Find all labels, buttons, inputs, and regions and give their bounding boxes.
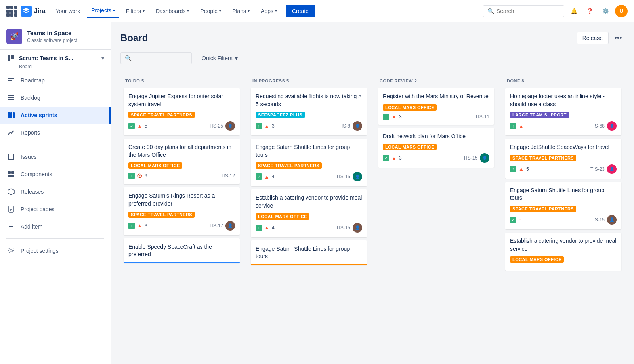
card-tis-12[interactable]: Create 90 day plans for all departments … — [124, 139, 240, 184]
card-tis-68[interactable]: Homepage footer uses an inline style - s… — [505, 88, 621, 135]
card-title: Homepage footer uses an inline style - s… — [510, 93, 617, 108]
board-search-input[interactable] — [134, 55, 181, 61]
svg-rect-5 — [8, 112, 10, 118]
dashboards-chevron-icon: ▾ — [187, 9, 189, 13]
card-footer: ↑ ⊘ 9 TIS-12 — [128, 172, 235, 179]
settings-gear-icon — [6, 246, 16, 255]
nav-filters[interactable]: Filters ▾ — [122, 5, 149, 17]
story-icon: ↑ — [128, 173, 135, 179]
nav-projects[interactable]: Projects ▾ — [87, 4, 119, 18]
settings-icon[interactable]: ⚙️ — [599, 5, 612, 17]
svg-point-21 — [10, 250, 12, 252]
card-title: Register with the Mars Ministry of Reven… — [383, 93, 489, 101]
nav-dashboards[interactable]: Dashboards ▾ — [152, 5, 193, 17]
create-button[interactable]: Create — [286, 5, 315, 17]
release-button[interactable]: Release — [577, 32, 609, 44]
sprint-icon — [6, 111, 16, 120]
board-selector[interactable]: Scrum: Teams in S... ▾ — [0, 50, 111, 65]
sidebar-item-add-item-label: Add item — [21, 223, 42, 230]
sidebar-item-reports-label: Reports — [21, 130, 40, 136]
card-label: LOCAL MARS OFFICE — [128, 162, 182, 169]
backlog-icon — [6, 93, 16, 103]
sidebar-item-add-item[interactable]: Add item — [0, 218, 111, 235]
card-id: TIS-68 — [590, 123, 605, 129]
card-tis-23[interactable]: Engage JetShuttle SpaceWays for travel S… — [505, 139, 621, 179]
card-tis-15-cr[interactable]: Draft network plan for Mars Office LOCAL… — [378, 128, 494, 168]
card-assignee-avatar: 👤 — [353, 223, 362, 233]
card-label: LOCAL MARS OFFICE — [510, 256, 564, 263]
sidebar-item-active-sprints-label: Active sprints — [21, 112, 57, 118]
help-icon[interactable]: ❓ — [583, 5, 596, 17]
svg-rect-14 — [11, 175, 14, 177]
releases-icon — [6, 187, 16, 196]
card-tis-17[interactable]: Engage Saturn's Rings Resort as a prefer… — [124, 187, 240, 235]
card-id: TIS-25 — [209, 123, 223, 129]
main-content: Board Release ••• 🔍 Quick Filters ▾ TO D… — [111, 22, 634, 364]
card-count: 9 — [145, 173, 147, 179]
user-avatar[interactable]: U — [615, 5, 628, 17]
card-label: SEESPACEEZ PLUS — [256, 112, 305, 118]
sidebar-divider-2 — [6, 238, 104, 239]
column-todo: TO DO 5 Engage Jupiter Express for outer… — [120, 72, 243, 271]
apps-chevron-icon: ▾ — [275, 9, 277, 13]
sidebar-item-issues[interactable]: Issues — [0, 148, 111, 166]
board-search-box[interactable]: 🔍 — [120, 52, 192, 64]
issues-icon — [6, 152, 16, 162]
svg-rect-1 — [11, 55, 14, 59]
quick-filters-chevron-icon: ▾ — [235, 55, 238, 61]
card-todo-partial[interactable]: Enable Speedy SpaceCraft as the preferre… — [124, 238, 240, 263]
sidebar-item-project-settings[interactable]: Project settings — [0, 242, 111, 259]
svg-rect-3 — [8, 97, 14, 98]
sidebar-item-backlog[interactable]: Backlog — [0, 89, 111, 107]
sidebar-item-components-label: Components — [21, 171, 52, 177]
card-footer: ▲ 3 TIS-15 👤 — [383, 153, 489, 163]
sidebar-item-reports[interactable]: Reports — [0, 124, 111, 141]
card-done-catering[interactable]: Establish a catering vendor to provide m… — [505, 233, 621, 271]
card-label: LOCAL MARS OFFICE — [383, 104, 437, 111]
card-inprog-partial[interactable]: Engage Saturn Shuttle Lines for group to… — [251, 240, 367, 265]
sidebar-project-header: 🚀 Teams in Space Classic software projec… — [0, 22, 111, 50]
nav-apps[interactable]: Apps ▾ — [257, 5, 281, 17]
sidebar-item-active-sprints[interactable]: Active sprints — [0, 107, 111, 124]
nav-plans[interactable]: Plans ▾ — [228, 5, 254, 17]
search-input[interactable] — [497, 8, 560, 14]
card-tis-15-done[interactable]: Engage Saturn Shuttle Lines for group to… — [505, 182, 621, 229]
people-chevron-icon: ▾ — [219, 9, 221, 13]
priority-high-icon: ▲ — [137, 223, 142, 229]
board-sub-label: Board — [0, 64, 111, 69]
card-tis-8[interactable]: Requesting available flights is now taki… — [251, 88, 367, 135]
nav-your-work[interactable]: Your work — [52, 5, 84, 17]
sidebar-item-roadmap[interactable]: Roadmap — [0, 72, 111, 89]
card-title: Establish a catering vendor to provide m… — [510, 237, 617, 253]
card-tis-25[interactable]: Engage Jupiter Express for outer solar s… — [124, 88, 240, 135]
card-id: TIS-15 — [463, 155, 477, 161]
svg-rect-2 — [8, 95, 14, 96]
search-box[interactable]: 🔍 — [483, 5, 564, 17]
card-tis-15-catering[interactable]: Establish a catering vendor to provide m… — [251, 189, 367, 237]
svg-point-10 — [11, 158, 11, 159]
quick-filters-button[interactable]: Quick Filters ▾ — [197, 52, 243, 64]
sidebar-item-project-pages[interactable]: Project pages — [0, 200, 111, 218]
card-id: TIS-17 — [209, 223, 223, 229]
notifications-icon[interactable]: 🔔 — [567, 5, 580, 17]
card-assignee-avatar: 👤 — [607, 121, 617, 131]
sidebar-divider-1 — [6, 145, 104, 145]
app-switcher-icon[interactable] — [6, 6, 17, 17]
card-checkbox — [383, 155, 389, 161]
reports-icon — [6, 128, 16, 137]
story-icon: ↑ — [256, 123, 262, 129]
card-tis-11[interactable]: Register with the Mars Ministry of Reven… — [378, 88, 494, 125]
sidebar-item-releases[interactable]: Releases — [0, 183, 111, 200]
card-checkbox — [256, 173, 262, 180]
more-options-button[interactable]: ••• — [612, 32, 624, 44]
priority-high-icon: ▲ — [519, 166, 524, 172]
project-type: Classic software project — [27, 38, 104, 43]
priority-high-icon: ▲ — [519, 123, 524, 129]
card-tis-15-inprog[interactable]: Engage Saturn Shuttle Lines for group to… — [251, 139, 367, 186]
card-assignee-avatar: 👤 — [353, 172, 362, 181]
sidebar-item-components[interactable]: Components — [0, 166, 111, 183]
story-icon: ↑ — [510, 166, 516, 172]
nav-people[interactable]: People ▾ — [196, 5, 225, 17]
card-label: LOCAL MARS OFFICE — [256, 213, 309, 220]
jira-logo[interactable]: Jira — [21, 6, 45, 17]
